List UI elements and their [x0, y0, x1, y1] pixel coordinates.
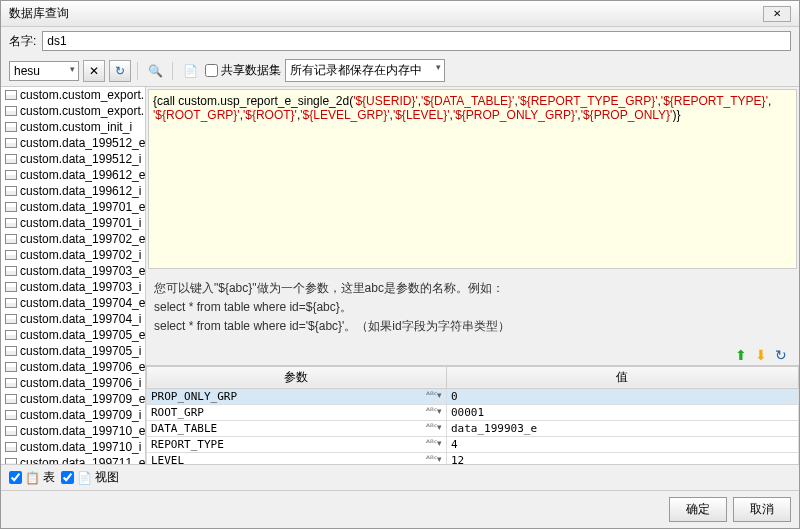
name-input[interactable]	[42, 31, 791, 51]
table-icon	[5, 234, 17, 244]
list-item[interactable]: custom.data_199702_e	[1, 231, 145, 247]
table-icon	[5, 170, 17, 180]
list-item[interactable]: custom.data_199704_e	[1, 295, 145, 311]
list-item[interactable]: custom.data_199703_e	[1, 263, 145, 279]
table-icon	[5, 346, 17, 356]
page-icon[interactable]: 📄	[179, 60, 201, 82]
param-table[interactable]: 参数 值 PROP_ONLY_GRPᴬᴮᶜ▾0ROOT_GRPᴬᴮᶜ▾00001…	[146, 365, 799, 464]
cache-dropdown[interactable]: 所有记录都保存在内存中	[285, 59, 445, 82]
list-item[interactable]: custom.data_199706_e	[1, 359, 145, 375]
list-item[interactable]: custom.data_199512_e	[1, 135, 145, 151]
table-icon	[5, 138, 17, 148]
list-item[interactable]: custom.data_199704_i	[1, 311, 145, 327]
table-icon	[5, 330, 17, 340]
toolbar: hesu ✕ ↻ 🔍 📄 共享数据集 所有记录都保存在内存中	[1, 55, 799, 86]
list-item[interactable]: custom.custom_init_i	[1, 119, 145, 135]
type-icon: ᴬᴮᶜ▾	[426, 390, 442, 400]
ok-button[interactable]: 确定	[669, 497, 727, 522]
list-item[interactable]: custom.data_199703_i	[1, 279, 145, 295]
list-item[interactable]: custom.data_199705_i	[1, 343, 145, 359]
table-list[interactable]: custom.custom_export.custom.custom_expor…	[1, 87, 146, 464]
table-icon	[5, 378, 17, 388]
table-icon	[5, 314, 17, 324]
list-item[interactable]: custom.data_199612_i	[1, 183, 145, 199]
table-row[interactable]: ROOT_GRPᴬᴮᶜ▾00001	[147, 404, 799, 420]
table-icon	[5, 266, 17, 276]
view-checkbox[interactable]: 📄 视图	[61, 469, 119, 486]
sql-textarea[interactable]: {call custom.usp_report_e_single_2d('${U…	[148, 89, 797, 269]
table-icon	[5, 218, 17, 228]
type-icon: ᴬᴮᶜ▾	[426, 422, 442, 432]
table-checkbox[interactable]: 📋 表	[9, 469, 55, 486]
dialog-window: 数据库查询 ✕ 名字: hesu ✕ ↻ 🔍 📄 共享数据集 所有记录都保存在内…	[0, 0, 800, 529]
list-item[interactable]: custom.data_199512_i	[1, 151, 145, 167]
table-icon	[5, 202, 17, 212]
param-header-value: 值	[446, 366, 798, 388]
table-icon	[5, 394, 17, 404]
list-item[interactable]: custom.custom_export.	[1, 103, 145, 119]
list-item[interactable]: custom.data_199709_e	[1, 391, 145, 407]
arrow-up-icon[interactable]: ⬆	[735, 347, 751, 363]
table-row[interactable]: DATA_TABLEᴬᴮᶜ▾data_199903_e	[147, 420, 799, 436]
list-item[interactable]: custom.data_199701_e	[1, 199, 145, 215]
table-icon	[5, 250, 17, 260]
table-icon	[5, 122, 17, 132]
table-icon	[5, 90, 17, 100]
arrow-down-icon[interactable]: ⬇	[755, 347, 771, 363]
list-item[interactable]: custom.data_199701_i	[1, 215, 145, 231]
param-toolbar: ⬆ ⬇ ↻	[146, 345, 799, 365]
table-icon	[5, 106, 17, 116]
table-icon	[5, 154, 17, 164]
list-item[interactable]: custom.data_199705_e	[1, 327, 145, 343]
cancel-button[interactable]: 取消	[733, 497, 791, 522]
table-row[interactable]: LEVELᴬᴮᶜ▾12	[147, 452, 799, 464]
list-item[interactable]: custom.data_199706_i	[1, 375, 145, 391]
type-icon: ᴬᴮᶜ▾	[426, 406, 442, 416]
list-item[interactable]: custom.data_199612_e	[1, 167, 145, 183]
window-title: 数据库查询	[9, 5, 69, 22]
footer: 确定 取消	[1, 490, 799, 528]
type-icon: ᴬᴮᶜ▾	[426, 438, 442, 448]
table-icon	[5, 442, 17, 452]
table-icon	[5, 298, 17, 308]
list-item[interactable]: custom.data_199711_e	[1, 455, 145, 464]
share-checkbox[interactable]: 共享数据集	[205, 62, 281, 79]
close-icon[interactable]: ✕	[763, 6, 791, 22]
param-header-name: 参数	[147, 366, 447, 388]
table-icon	[5, 426, 17, 436]
list-item[interactable]: custom.data_199710_i	[1, 439, 145, 455]
titlebar: 数据库查询 ✕	[1, 1, 799, 27]
name-bar: 名字:	[1, 27, 799, 55]
preview-icon[interactable]: 🔍	[144, 60, 166, 82]
table-icon	[5, 282, 17, 292]
table-row[interactable]: REPORT_TYPEᴬᴮᶜ▾4	[147, 436, 799, 452]
share-checkbox-input[interactable]	[205, 64, 218, 77]
table-icon	[5, 186, 17, 196]
table-row[interactable]: PROP_ONLY_GRPᴬᴮᶜ▾0	[147, 388, 799, 404]
type-icon: ᴬᴮᶜ▾	[426, 454, 442, 464]
tools-icon[interactable]: ✕	[83, 60, 105, 82]
list-item[interactable]: custom.custom_export.	[1, 87, 145, 103]
refresh-params-icon[interactable]: ↻	[775, 347, 791, 363]
db-dropdown[interactable]: hesu	[9, 61, 79, 81]
bottom-bar: 📋 表 📄 视图	[1, 464, 799, 490]
table-icon	[5, 362, 17, 372]
hint-text: 您可以键入"${abc}"做为一个参数，这里abc是参数的名称。例如： sele…	[146, 271, 799, 345]
refresh-icon[interactable]: ↻	[109, 60, 131, 82]
table-icon	[5, 410, 17, 420]
list-item[interactable]: custom.data_199709_i	[1, 407, 145, 423]
share-label: 共享数据集	[221, 62, 281, 79]
name-label: 名字:	[9, 33, 36, 50]
right-panel: {call custom.usp_report_e_single_2d('${U…	[146, 87, 799, 464]
list-item[interactable]: custom.data_199702_i	[1, 247, 145, 263]
list-item[interactable]: custom.data_199710_e	[1, 423, 145, 439]
main-area: custom.custom_export.custom.custom_expor…	[1, 86, 799, 464]
